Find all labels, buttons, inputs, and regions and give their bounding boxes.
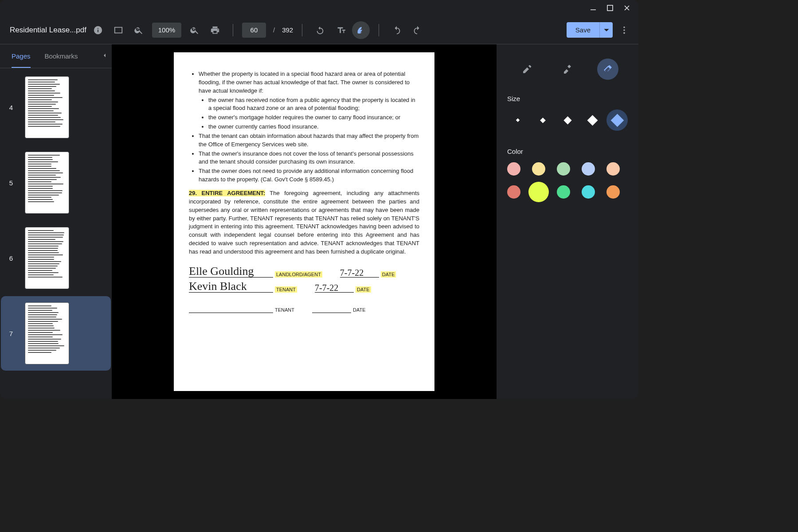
page-content: Whether the property is located in a spe… [174,52,434,391]
print-icon[interactable] [206,21,224,39]
bullet: That the owner's insurance does not cove… [199,150,419,167]
size-option[interactable] [557,110,578,131]
thumbnail-page[interactable]: 7 [1,296,111,371]
save-button-group: Save [567,22,613,38]
tab-bookmarks[interactable]: Bookmarks [45,45,78,67]
document-viewport[interactable]: Whether the property is located in a spe… [112,44,497,399]
svg-rect-0 [607,5,613,11]
annotate-icon[interactable] [352,21,370,39]
color-swatch[interactable] [528,182,549,202]
tenant1-signature: Kevin Black [189,281,247,292]
landlord-date: 7-7-22 [340,268,364,277]
undo-icon[interactable] [388,21,406,39]
page-total: 392 [282,26,293,34]
collapse-sidebar-icon[interactable] [101,52,108,61]
bullet: Whether the property is located in a spe… [199,70,419,95]
sidebar: Pages Bookmarks 4567 [0,44,112,399]
section-heading: 29. ENTIRE AGREEMENT: [189,190,265,196]
thumbnail-page[interactable]: 4 [7,76,105,138]
thumbnail-page[interactable]: 6 [7,227,105,289]
section-body: The foregoing agreement, including any a… [189,190,419,255]
thumbnail-number: 7 [7,330,15,337]
landlord-signature: Elle Goulding [189,266,254,277]
zoom-in-icon[interactable] [186,21,203,39]
thumbnail-list[interactable]: 4567 [0,68,112,399]
color-swatch[interactable] [606,185,620,199]
text-size-icon[interactable] [332,21,349,39]
svg-point-2 [623,29,625,31]
bullet: That the tenant can obtain information a… [199,132,419,149]
sub-bullet: the owner has received notice from a pub… [208,96,419,113]
tenant1-date: 7-7-22 [315,283,338,292]
zoom-out-icon[interactable] [130,21,148,39]
thumbnail-image [25,76,69,138]
eraser-tool[interactable] [597,59,618,80]
color-swatch[interactable] [606,162,620,176]
color-swatch[interactable] [557,162,570,176]
page-current-input[interactable]: 60 [242,23,266,38]
size-options [507,110,628,131]
signature-block: Elle Goulding LANDLORD/AGENT 7-7-22 DATE… [189,265,419,313]
thumbnail-image [25,152,69,214]
size-option[interactable] [507,110,528,131]
date-label: DATE [353,307,366,313]
rotate-icon[interactable] [311,21,329,39]
info-icon[interactable] [89,21,107,39]
thumbnail-image [25,302,69,364]
separator [233,24,233,36]
color-swatch[interactable] [557,185,570,199]
color-swatch[interactable] [582,162,595,176]
separator [379,24,379,36]
section-paragraph: 29. ENTIRE AGREEMENT: The foregoing agre… [189,189,419,256]
size-option[interactable] [532,110,553,131]
toolbar: Residential Lease...pdf 100% 60 / 392 Sa… [0,16,638,44]
landlord-label: LANDLORD/AGENT [275,271,322,278]
thumbnail-image [25,227,69,289]
fit-page-icon[interactable] [110,21,127,39]
color-swatch[interactable] [582,185,595,199]
annotation-panel: Size Color [497,44,638,399]
size-option[interactable] [582,110,603,131]
color-options [507,162,628,199]
date-label: DATE [356,286,371,293]
highlighter-tool[interactable] [557,59,578,80]
zoom-level[interactable]: 100% [152,23,181,38]
tenant-label: TENANT [275,286,297,293]
sub-bullet: the owner's mortgage holder requires the… [208,113,419,122]
save-button[interactable]: Save [567,22,599,38]
thumbnail-number: 5 [7,179,15,187]
thumbnail-number: 6 [7,254,15,262]
bullet: That the owner does not need to provide … [199,167,419,184]
separator [302,24,302,36]
maximize-icon[interactable] [606,4,614,12]
sub-bullet: the owner currently carries flood insura… [208,123,419,131]
file-name: Residential Lease...pdf [10,26,86,35]
window-controls [0,0,638,16]
pen-tool[interactable] [516,59,538,80]
more-icon[interactable] [615,21,633,39]
tab-pages[interactable]: Pages [12,45,31,68]
redo-icon[interactable] [408,21,426,39]
thumbnail-number: 4 [7,104,15,111]
page-separator: / [269,26,279,34]
color-label: Color [507,148,628,155]
size-option[interactable] [606,110,628,131]
color-swatch[interactable] [507,162,520,176]
close-icon[interactable] [623,4,630,12]
tenant-label: TENANT [275,307,294,313]
thumbnail-page[interactable]: 5 [7,152,105,214]
minimize-icon[interactable] [590,4,597,12]
sidebar-tabs: Pages Bookmarks [0,44,112,68]
size-label: Size [507,95,628,102]
color-swatch[interactable] [532,162,545,176]
date-label: DATE [381,271,396,278]
color-swatch[interactable] [507,185,520,199]
save-dropdown[interactable] [599,22,613,38]
svg-point-3 [623,32,625,34]
svg-point-1 [623,26,625,28]
